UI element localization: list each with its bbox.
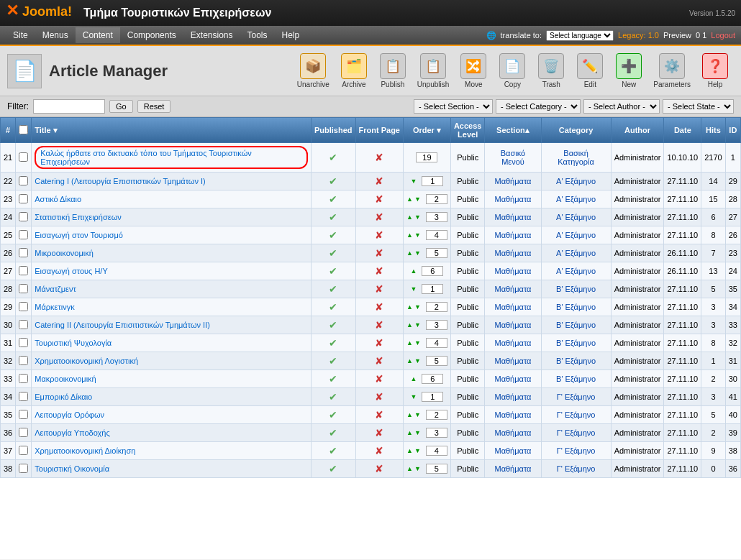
order-input[interactable]	[426, 212, 447, 222]
move-button[interactable]: 🔀 Move	[455, 50, 492, 91]
order-down-icon[interactable]: ▼	[414, 358, 421, 364]
row-checkbox[interactable]	[19, 356, 28, 365]
section-link[interactable]: Μαθήματα	[494, 195, 531, 203]
category-select[interactable]: - Select Category -	[496, 99, 581, 114]
frontpage-icon[interactable]: ✘	[375, 355, 383, 367]
section-link[interactable]: Μαθήματα	[494, 213, 531, 221]
logout-button[interactable]: Logout	[711, 31, 735, 40]
section-link[interactable]: Μαθήματα	[494, 375, 531, 383]
article-title-link[interactable]: Εισαγωγή στον Τουρισμό	[35, 231, 123, 239]
order-up-icon[interactable]: ▲	[410, 376, 417, 382]
frontpage-icon[interactable]: ✘	[375, 391, 383, 403]
order-input[interactable]	[426, 410, 447, 420]
nav-tools[interactable]: Tools	[240, 27, 275, 43]
order-up-icon[interactable]: ▲	[406, 466, 413, 472]
order-input[interactable]	[426, 230, 447, 240]
col-author[interactable]: Author	[611, 118, 664, 143]
frontpage-icon[interactable]: ✘	[375, 301, 383, 313]
filter-input[interactable]	[33, 99, 105, 114]
published-icon[interactable]: ✔	[329, 247, 337, 259]
preview-link[interactable]: Preview	[663, 31, 691, 40]
article-title-link[interactable]: Μικροοικονομική	[35, 249, 94, 257]
language-select[interactable]: Select language	[546, 30, 614, 41]
section-link[interactable]: Μαθήματα	[494, 285, 531, 293]
order-down-icon[interactable]: ▼	[410, 394, 417, 400]
order-up-icon[interactable]: ▲	[406, 340, 413, 346]
order-up-icon[interactable]: ▲	[406, 196, 413, 203]
order-input[interactable]	[426, 356, 447, 366]
order-input[interactable]	[422, 284, 443, 294]
order-input[interactable]	[426, 464, 447, 474]
select-all-checkbox[interactable]	[19, 125, 28, 134]
published-icon[interactable]: ✔	[329, 409, 337, 421]
frontpage-icon[interactable]: ✘	[375, 373, 383, 385]
archive-button[interactable]: 🗂️ Archive	[335, 50, 373, 91]
unarchive-button[interactable]: 📦 Unarchive	[293, 50, 334, 91]
section-link[interactable]: Μαθήματα	[494, 393, 531, 401]
order-input[interactable]	[422, 374, 443, 384]
help-button[interactable]: ❓ Help	[696, 50, 734, 91]
published-icon[interactable]: ✔	[329, 463, 337, 474]
section-link[interactable]: Μαθήματα	[494, 428, 531, 437]
order-down-icon[interactable]: ▼	[414, 232, 421, 239]
parameters-button[interactable]: ⚙️ Parameters	[649, 50, 695, 91]
row-checkbox[interactable]	[19, 230, 28, 239]
published-icon[interactable]: ✔	[329, 283, 337, 295]
col-published[interactable]: Published	[311, 118, 355, 143]
order-down-icon[interactable]: ▼	[414, 340, 421, 346]
category-link[interactable]: Γ' Εξάμηνο	[557, 410, 596, 419]
order-down-icon[interactable]: ▼	[414, 196, 421, 203]
order-up-icon[interactable]: ▲	[406, 232, 413, 239]
order-up-icon[interactable]: ▲	[406, 358, 413, 364]
category-link[interactable]: Γ' Εξάμηνο	[557, 446, 596, 455]
published-icon[interactable]: ✔	[329, 229, 337, 241]
edit-button[interactable]: ✏️ Edit	[571, 50, 609, 91]
section-link[interactable]: Μαθήματα	[494, 464, 531, 473]
row-checkbox[interactable]	[19, 410, 28, 419]
article-title-link[interactable]: Λειτουργία Ορόφων	[35, 410, 104, 419]
article-title-link[interactable]: Χρηματοοικονομική Λογιστική	[35, 357, 138, 365]
nav-menus[interactable]: Menus	[35, 27, 76, 43]
section-link[interactable]: Μαθήματα	[494, 231, 531, 239]
published-icon[interactable]: ✔	[329, 337, 337, 349]
order-down-icon[interactable]: ▼	[410, 178, 417, 185]
row-checkbox[interactable]	[19, 428, 28, 437]
section-link[interactable]: Μαθήματα	[494, 303, 531, 311]
frontpage-icon[interactable]: ✘	[375, 445, 383, 456]
order-down-icon[interactable]: ▼	[414, 304, 421, 311]
published-icon[interactable]: ✔	[329, 319, 337, 331]
col-hits[interactable]: Hits	[701, 118, 725, 143]
order-input[interactable]	[426, 194, 447, 204]
row-checkbox[interactable]	[19, 320, 28, 329]
order-down-icon[interactable]: ▼	[414, 448, 421, 454]
order-input[interactable]	[426, 338, 447, 348]
category-link[interactable]: Α' Εξάμηνο	[556, 195, 596, 203]
order-up-icon[interactable]: ▲	[406, 448, 413, 454]
category-link[interactable]: Γ' Εξάμηνο	[557, 428, 596, 437]
col-frontpage[interactable]: Front Page	[355, 118, 403, 143]
frontpage-icon[interactable]: ✘	[375, 193, 383, 205]
order-down-icon[interactable]: ▼	[414, 430, 421, 436]
article-title-link[interactable]: Αστικό Δίκαιο	[35, 195, 81, 203]
category-link[interactable]: Β' Εξάμηνο	[556, 339, 596, 347]
article-title-link[interactable]: Μακροοικονομική	[35, 375, 96, 383]
published-icon[interactable]: ✔	[329, 301, 337, 313]
order-up-icon[interactable]: ▲	[406, 430, 413, 436]
order-up-icon[interactable]: ▲	[406, 250, 413, 257]
order-input[interactable]	[416, 152, 437, 162]
article-title-link[interactable]: Εισαγωγή στους Η/Υ	[35, 267, 108, 275]
order-input[interactable]	[426, 302, 447, 312]
row-checkbox[interactable]	[19, 212, 28, 221]
section-link[interactable]: Μαθήματα	[494, 357, 531, 365]
section-link[interactable]: Μαθήματα	[494, 410, 531, 419]
category-link[interactable]: Γ' Εξάμηνο	[557, 464, 596, 473]
col-section[interactable]: Section▴	[485, 118, 541, 143]
frontpage-icon[interactable]: ✘	[375, 265, 383, 277]
order-input[interactable]	[426, 248, 447, 258]
order-down-icon[interactable]: ▼	[414, 412, 421, 418]
article-title-link[interactable]: Τουριστική Ψυχολογία	[35, 339, 112, 347]
published-icon[interactable]: ✔	[329, 391, 337, 403]
col-category[interactable]: Category	[541, 118, 611, 143]
row-checkbox[interactable]	[19, 152, 28, 162]
category-link[interactable]: Γ' Εξάμηνο	[557, 393, 596, 401]
